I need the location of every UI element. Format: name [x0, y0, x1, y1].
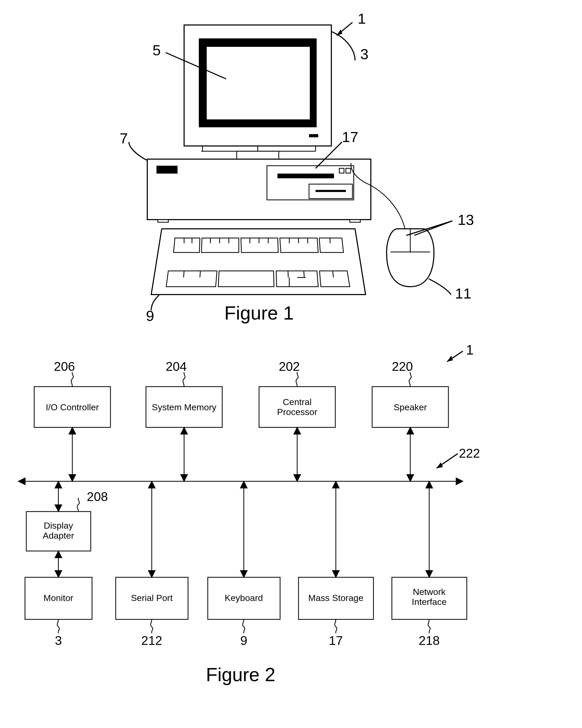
block-speaker: Speaker 220 — [372, 360, 448, 427]
diagram-canvas: 1 3 5 7 9 11 13 — [0, 0, 582, 728]
svg-rect-1 — [200, 40, 316, 126]
figure-2-caption: Figure 2 — [206, 664, 275, 685]
svg-text:7: 7 — [120, 130, 128, 147]
svg-line-35 — [200, 271, 201, 278]
monitor-icon — [184, 25, 332, 159]
svg-text:5: 5 — [153, 42, 161, 58]
svg-text:1: 1 — [358, 10, 366, 27]
figure-1: 1 3 5 7 9 11 13 — [120, 10, 474, 324]
svg-rect-5 — [310, 40, 316, 126]
svg-text:3: 3 — [55, 633, 62, 648]
svg-text:9: 9 — [146, 308, 154, 324]
tower-icon — [147, 159, 371, 222]
block-monitor: Monitor 3 — [25, 577, 92, 648]
ref-13-fig1: 13 — [406, 211, 474, 235]
block-central-processor: CentralProcessor 202 — [259, 360, 335, 427]
block-serial-port: Serial Port 212 — [116, 481, 188, 648]
svg-rect-21 — [350, 219, 360, 222]
block-mass-storage: Mass Storage 17 — [298, 481, 373, 648]
svg-text:11: 11 — [455, 285, 471, 302]
ref-11-fig1: 11 — [429, 279, 471, 302]
svg-rect-20 — [158, 219, 168, 222]
svg-text:DisplayAdapter: DisplayAdapter — [43, 520, 74, 541]
svg-line-52 — [414, 221, 452, 235]
svg-text:I/O Controller: I/O Controller — [46, 402, 99, 412]
ref-9-fig1: 9 — [146, 295, 159, 324]
svg-text:CentralProcessor: CentralProcessor — [277, 397, 317, 417]
svg-text:220: 220 — [392, 360, 413, 373]
svg-text:208: 208 — [87, 490, 108, 504]
svg-rect-19 — [346, 168, 350, 173]
svg-marker-73 — [436, 462, 443, 468]
svg-text:204: 204 — [166, 360, 187, 373]
svg-rect-18 — [339, 168, 344, 173]
block-io-controller: I/O Controller 206 — [34, 360, 110, 427]
svg-rect-15 — [277, 174, 334, 178]
svg-text:9: 9 — [240, 633, 247, 648]
svg-text:17: 17 — [329, 633, 343, 648]
block-keyboard: Keyboard 9 — [208, 481, 280, 648]
svg-line-34 — [184, 271, 184, 278]
block-network-interface: NetworkInterface 218 — [392, 481, 467, 648]
svg-text:Mass Storage: Mass Storage — [308, 593, 364, 603]
ref-1-fig2: 1 — [447, 342, 474, 362]
svg-text:212: 212 — [141, 633, 162, 648]
svg-text:System Memory: System Memory — [152, 402, 216, 412]
svg-text:NetworkInterface: NetworkInterface — [412, 587, 447, 607]
svg-rect-6 — [309, 134, 318, 137]
svg-text:202: 202 — [279, 360, 300, 373]
figure-2: I/O Controller 206 System Memory 204 Cen… — [19, 342, 480, 685]
mouse-icon — [351, 163, 434, 287]
svg-rect-2 — [200, 40, 316, 47]
svg-text:218: 218 — [419, 633, 440, 648]
svg-line-36 — [288, 271, 288, 278]
svg-text:Monitor: Monitor — [44, 593, 73, 603]
svg-text:1: 1 — [466, 342, 474, 358]
figure-1-caption: Figure 1 — [224, 303, 294, 323]
ref-222: 222 — [436, 446, 480, 468]
svg-rect-17 — [316, 190, 346, 192]
svg-text:17: 17 — [342, 129, 358, 145]
keyboard-icon — [151, 229, 366, 294]
svg-text:222: 222 — [459, 446, 480, 460]
svg-rect-4 — [200, 120, 316, 126]
page-container: 1 3 5 7 9 11 13 — [0, 0, 582, 728]
svg-text:Serial Port: Serial Port — [131, 593, 173, 603]
svg-text:Speaker: Speaker — [394, 402, 427, 412]
bus-connectors-top — [72, 427, 410, 481]
svg-rect-3 — [200, 40, 207, 126]
svg-line-38 — [304, 271, 304, 278]
ref-3-fig1: 3 — [332, 31, 368, 62]
block-display-adapter: DisplayAdapter 208 — [26, 481, 108, 577]
svg-rect-13 — [157, 166, 178, 174]
svg-text:3: 3 — [360, 46, 368, 62]
svg-text:206: 206 — [54, 360, 75, 373]
svg-rect-11 — [237, 151, 279, 159]
ref-7-fig1: 7 — [120, 130, 147, 160]
svg-text:Keyboard: Keyboard — [224, 593, 263, 603]
ref-1-fig1: 1 — [337, 10, 366, 35]
svg-marker-99 — [447, 356, 453, 362]
svg-text:13: 13 — [458, 211, 474, 228]
block-system-memory: System Memory 204 — [146, 360, 222, 427]
